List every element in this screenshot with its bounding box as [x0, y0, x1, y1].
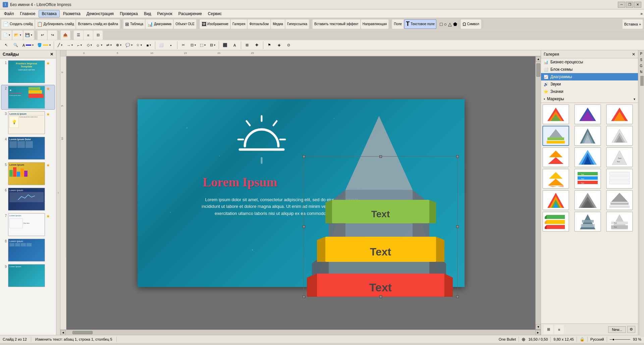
scroll-up-button[interactable]: ▲ [536, 56, 541, 62]
fill-color-dropdown[interactable]: ▾ [49, 44, 51, 47]
scroll-track[interactable] [536, 62, 541, 324]
scroll-thumb[interactable] [536, 63, 540, 77]
gallery-cell-18[interactable]: Text Text [606, 212, 633, 232]
fill-color-tool[interactable]: 🪣 ▾ [36, 41, 52, 50]
gallery-cell-3[interactable] [606, 104, 633, 124]
slide-thumb-5[interactable]: Lorem Ipsum [8, 162, 45, 185]
hscroll-left-button[interactable]: ◄ [60, 330, 66, 335]
panel-collapse-button[interactable]: ‹ [56, 50, 60, 335]
line-color-dropdown[interactable]: ▾ [32, 44, 34, 47]
flowchart-tool[interactable]: ⊕▾ [114, 41, 123, 50]
hyperlink-button[interactable]: Гиперссылка [285, 19, 309, 29]
gluepoints-tool[interactable]: ⊙ [284, 41, 293, 50]
gallery-cat-business[interactable]: 📊 Бизнес-процессы [541, 58, 638, 66]
slide-item-3[interactable]: 3 Lorem & Ipsum 💡 Lorem ipsum text conte… [1, 111, 55, 135]
image-button[interactable]: 🖼 Изображение [200, 19, 230, 29]
gallery-button[interactable]: Галерея [231, 19, 247, 29]
open-btn[interactable]: 📂 ▾ [12, 31, 23, 40]
gallery-cell-12[interactable] [606, 169, 633, 189]
show-grid-tool[interactable]: ⊞ [243, 41, 252, 50]
shapes-more[interactable]: ⬟ [453, 21, 457, 27]
gallery-cat-flowcharts[interactable]: ⬜ Блок-схемы [541, 66, 638, 73]
slide-thumb-8[interactable]: Lorem Ipsum [8, 239, 45, 262]
gallery-cell-15[interactable] [606, 190, 633, 210]
textbox-button[interactable]: T Текстовое поле [404, 19, 436, 29]
ole-button[interactable]: Объект OLE [174, 19, 196, 29]
stars-tool[interactable]: ☆▾ [135, 41, 144, 50]
gallery-close[interactable]: ✕ [632, 52, 635, 57]
slide-thumb-9[interactable]: Lorem Ipsum [8, 264, 45, 287]
hscroll-right-button[interactable]: ► [535, 330, 541, 335]
guide-button[interactable]: Направляющая [361, 19, 388, 29]
fill-tool[interactable]: ■▾ [144, 41, 154, 50]
slide-item-4[interactable]: 4 Lorem Ipsum Dolor ★ [1, 136, 55, 160]
slides-scroll-thumb[interactable] [640, 76, 644, 86]
menu-extension[interactable]: Расширение [176, 10, 205, 17]
menu-check[interactable]: Проверка [117, 10, 141, 17]
v-scrollbar[interactable]: ▲ ▼ [535, 56, 541, 330]
gallery-cell-9[interactable]: Text Text [606, 147, 633, 167]
gallery-cell-5[interactable] [574, 126, 601, 146]
symbols-tool[interactable]: ☺▾ [94, 41, 104, 50]
properties-icon[interactable]: P [639, 51, 644, 56]
slide-item-8[interactable]: 8 Lorem Ipsum ★ [1, 238, 55, 262]
symbol-button[interactable]: Ω Символ [461, 19, 481, 29]
gallery-cell-16[interactable] [542, 212, 569, 232]
oval-shape[interactable]: ○ [444, 21, 447, 27]
export-btn[interactable]: 📤 [61, 31, 70, 40]
gallery-cell-17[interactable] [574, 212, 601, 232]
new-dropdown[interactable]: ▾ [9, 34, 10, 37]
media-button[interactable]: Медиа [271, 19, 285, 29]
gallery-cat-icons[interactable]: ⭐ Значки [541, 88, 638, 95]
menu-insert[interactable]: Вставка [39, 10, 60, 17]
handle-br[interactable] [456, 295, 459, 298]
gallery-list-view[interactable]: ≡ [554, 325, 564, 334]
undo-btn[interactable]: ↩ [38, 31, 47, 40]
line-tool[interactable]: ╱▾ [55, 41, 65, 50]
shapes-tool[interactable]: ◇▾ [85, 41, 94, 50]
gallery-cat-markers[interactable]: • Маркеры ▾ [541, 95, 638, 103]
pyramid-graphic[interactable]: Text Text Text [305, 109, 453, 297]
3d-tool[interactable]: ⬜ [157, 41, 166, 50]
hscroll-track[interactable] [66, 331, 535, 335]
slide-view-btn[interactable]: ☰ [74, 31, 83, 40]
toolbar-expand[interactable]: » [640, 11, 643, 16]
zoom-tool[interactable]: 🔍 [11, 41, 20, 50]
gallery-cell-13[interactable] [542, 190, 569, 210]
shadow-tool[interactable]: ▪ [166, 41, 176, 50]
crop-tool[interactable]: ✂ [179, 41, 188, 50]
menu-service[interactable]: Сервис [205, 10, 224, 17]
slide-item-2[interactable]: 2 ☀ Lorem Ipsum Lorem ipsum dolor... [1, 85, 55, 109]
slide-item-1[interactable]: 1 Freshes Impress Template Lorem ipsum t… [1, 60, 55, 84]
insert-expand[interactable]: Вставка » [623, 19, 643, 29]
arrows-tool[interactable]: ⇌▾ [104, 41, 114, 50]
callout-tool[interactable]: 💬▾ [124, 41, 134, 50]
h-scrollbar[interactable]: ◄ ► [60, 330, 541, 335]
restore-button[interactable]: ❐ [626, 2, 633, 8]
slide-item-5[interactable]: 5 Lorem Ipsum ★ [1, 162, 55, 186]
slide-thumb-4[interactable]: Lorem Ipsum Dolor [8, 137, 45, 160]
menu-file[interactable]: Файл [1, 10, 17, 17]
gallery-cat-diagrams[interactable]: 📈 Диаграммы [541, 73, 638, 80]
photoalbum-button[interactable]: Фотоальбом [248, 19, 270, 29]
gallery-cell-8[interactable] [574, 147, 601, 167]
hscroll-thumb[interactable] [72, 331, 93, 334]
slide-thumb-2[interactable]: ☀ Lorem Ipsum Lorem ipsum dolor... [8, 86, 45, 109]
create-slide-button[interactable]: 📄 Создать слайд [1, 19, 35, 29]
gallery-cell-6[interactable] [606, 126, 633, 146]
redo-btn[interactable]: ↪ [48, 31, 57, 40]
arrow-tool[interactable]: →▾ [65, 41, 74, 50]
close-button[interactable]: ✕ [634, 2, 641, 8]
chart-button[interactable]: 📊 Диаграмма [146, 19, 173, 29]
menu-drawing[interactable]: Рисунок [155, 10, 175, 17]
slides-panel-close[interactable]: ✕ [50, 52, 53, 57]
slide-thumb-1[interactable]: Freshes Impress Template Lorem ipsum tex… [8, 60, 45, 83]
gallery-cell-4[interactable] [542, 126, 569, 146]
pyramid-text-1[interactable]: Text [332, 203, 429, 226]
styles-icon[interactable]: S [639, 57, 644, 62]
gallery-new-button[interactable]: New... [608, 326, 626, 333]
slide-title[interactable]: Lorem Ipsum [203, 175, 277, 189]
field-button[interactable]: Поле [392, 19, 404, 29]
save-dropdown[interactable]: ▾ [31, 34, 32, 37]
pyramid-text-2[interactable]: Text [325, 239, 436, 265]
